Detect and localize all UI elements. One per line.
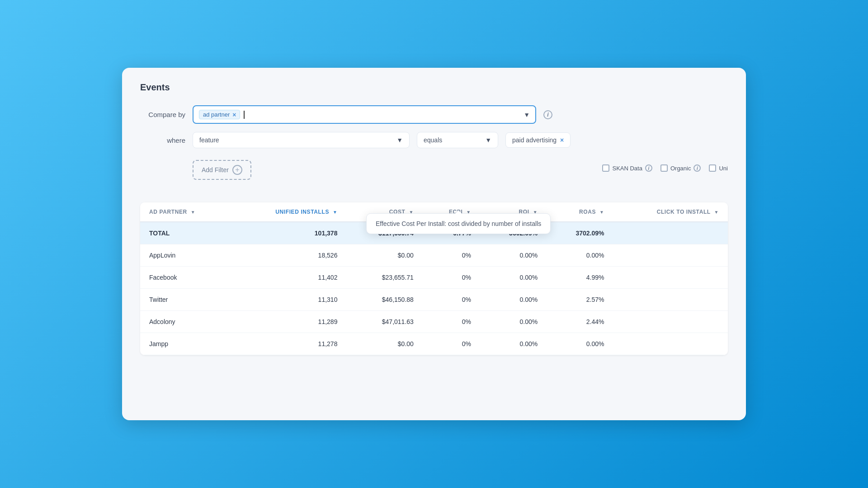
col-ecpi-label: ECPI — [449, 209, 462, 215]
compare-by-row: Compare by ad partner × ▼ i — [140, 105, 728, 124]
cell-unified_installs: 11,310 — [232, 289, 346, 311]
data-table-wrapper: AD PARTNER ▼ UNIFIED INSTALLS ▼ COST ▼ E… — [140, 202, 728, 355]
col-cost-sort-icon: ▼ — [409, 210, 414, 215]
cell-click_to_install — [613, 289, 728, 311]
skan-info-icon[interactable]: i — [645, 164, 652, 172]
organic-toggle: Organic i — [660, 164, 701, 172]
col-click-to-install-sort-icon: ▼ — [714, 210, 719, 215]
filter-value-close[interactable]: × — [560, 137, 564, 143]
col-cost-label: COST — [389, 209, 406, 215]
col-ad-partner[interactable]: AD PARTNER ▼ — [140, 202, 232, 222]
cell-ecpi: 0% — [423, 244, 480, 267]
cell-click_to_install — [613, 333, 728, 355]
tag-close-button[interactable]: × — [232, 112, 236, 118]
equals-select[interactable]: equals ▼ — [417, 132, 498, 148]
data-table: AD PARTNER ▼ UNIFIED INSTALLS ▼ COST ▼ E… — [140, 202, 728, 355]
col-ecpi[interactable]: ECPI ▼ — [423, 202, 480, 222]
organic-checkbox[interactable] — [660, 164, 668, 172]
cell-unified_installs: 101,378 — [232, 222, 346, 244]
col-ecpi-sort-icon: ▼ — [466, 210, 471, 215]
equals-dropdown-icon: ▼ — [485, 136, 491, 144]
table-row: Facebook11,402$23,655.710%0.00%4.99% — [140, 267, 728, 289]
cell-roas: 2.44% — [547, 311, 613, 333]
cell-roi: 0.00% — [480, 311, 547, 333]
cell-roi: 0.00% — [480, 289, 547, 311]
uni-checkbox[interactable] — [709, 164, 716, 172]
cell-unified_installs: 18,526 — [232, 244, 346, 267]
bottom-filter-row: Add Filter + SKAN Data i Organic i Uni — [140, 156, 728, 180]
cell-unified_installs: 11,278 — [232, 333, 346, 355]
uni-label: Uni — [719, 165, 728, 172]
col-roi[interactable]: ROI ▼ — [480, 202, 547, 222]
cell-unified_installs: 11,289 — [232, 311, 346, 333]
add-filter-label: Add Filter — [202, 166, 229, 174]
col-roas-sort-icon: ▼ — [599, 210, 604, 215]
tag-text: ad partner — [203, 111, 230, 118]
col-click-to-install[interactable]: CLICK TO INSTALL ▼ — [613, 202, 728, 222]
cell-roas: 0.00% — [547, 333, 613, 355]
compare-by-label: Compare by — [140, 111, 185, 118]
uni-toggle: Uni — [709, 164, 728, 172]
cell-click_to_install — [613, 311, 728, 333]
cell-ad_partner: AppLovin — [140, 244, 232, 267]
cell-roas: 0.00% — [547, 244, 613, 267]
cell-ecpi: 0% — [423, 311, 480, 333]
table-row: Twitter11,310$46,150.880%0.00%2.57% — [140, 289, 728, 311]
cell-cost: $46,150.88 — [346, 289, 422, 311]
where-filter-row: where feature ▼ equals ▼ paid advertisin… — [140, 132, 728, 148]
cell-ecpi: 0% — [423, 289, 480, 311]
equals-select-text: equals — [424, 136, 442, 144]
col-unified-installs[interactable]: UNIFIED INSTALLS ▼ — [232, 202, 346, 222]
feature-select[interactable]: feature ▼ — [193, 132, 410, 148]
col-roi-label: ROI — [519, 209, 529, 215]
cell-ad_partner: Adcolony — [140, 311, 232, 333]
cell-cost: $117,660.74 — [346, 222, 422, 244]
col-roas-label: ROAS — [579, 209, 596, 215]
table-row: AppLovin18,526$0.000%0.00%0.00% — [140, 244, 728, 267]
col-roas[interactable]: ROAS ▼ — [547, 202, 613, 222]
table-row: TOTAL101,378$117,660.740.77%3602.09%3702… — [140, 222, 728, 244]
cell-ad_partner: TOTAL — [140, 222, 232, 244]
organic-label: Organic — [670, 165, 691, 172]
cell-ad_partner: Jampp — [140, 333, 232, 355]
cell-roi: 0.00% — [480, 333, 547, 355]
cell-cost: $47,011.63 — [346, 311, 422, 333]
col-click-to-install-label: CLICK TO INSTALL — [657, 209, 711, 215]
cell-click_to_install — [613, 222, 728, 244]
dropdown-arrow-icon[interactable]: ▼ — [524, 111, 530, 118]
col-ad-partner-label: AD PARTNER — [149, 209, 187, 215]
feature-select-text: feature — [199, 136, 219, 144]
col-cost[interactable]: COST ▼ — [346, 202, 422, 222]
add-filter-button[interactable]: Add Filter + — [193, 160, 251, 180]
info-icon[interactable]: i — [543, 110, 552, 119]
cell-cost: $23,655.71 — [346, 267, 422, 289]
table-row: Jampp11,278$0.000%0.00%0.00% — [140, 333, 728, 355]
skan-toggle: SKAN Data i — [602, 164, 652, 172]
col-ad-partner-sort-icon: ▼ — [191, 210, 196, 215]
cell-ecpi: 0.77% — [423, 222, 480, 244]
col-unified-installs-label: UNIFIED INSTALLS — [275, 209, 329, 215]
text-cursor — [244, 111, 245, 119]
skan-label: SKAN Data — [612, 165, 642, 172]
compare-by-input[interactable]: ad partner × ▼ — [193, 105, 536, 124]
cell-cost: $0.00 — [346, 244, 422, 267]
cell-ecpi: 0% — [423, 267, 480, 289]
feature-dropdown-icon: ▼ — [396, 136, 403, 144]
ad-partner-tag: ad partner × — [199, 110, 240, 119]
col-roi-sort-icon: ▼ — [533, 210, 538, 215]
section-title: Events — [140, 82, 728, 93]
cell-roas: 2.57% — [547, 289, 613, 311]
organic-info-icon[interactable]: i — [693, 164, 701, 172]
col-unified-installs-sort-icon: ▼ — [333, 210, 338, 215]
main-card: Events Compare by ad partner × ▼ i where… — [122, 68, 746, 420]
cell-roi: 0.00% — [480, 267, 547, 289]
filter-value-tag: paid advertising × — [505, 132, 571, 148]
filter-value-text: paid advertising — [512, 136, 557, 144]
cell-ad_partner: Facebook — [140, 267, 232, 289]
cell-unified_installs: 11,402 — [232, 267, 346, 289]
toggles-row: SKAN Data i Organic i Uni — [602, 164, 728, 172]
cell-click_to_install — [613, 267, 728, 289]
cell-cost: $0.00 — [346, 333, 422, 355]
table-row: Adcolony11,289$47,011.630%0.00%2.44% — [140, 311, 728, 333]
skan-checkbox[interactable] — [602, 164, 609, 172]
